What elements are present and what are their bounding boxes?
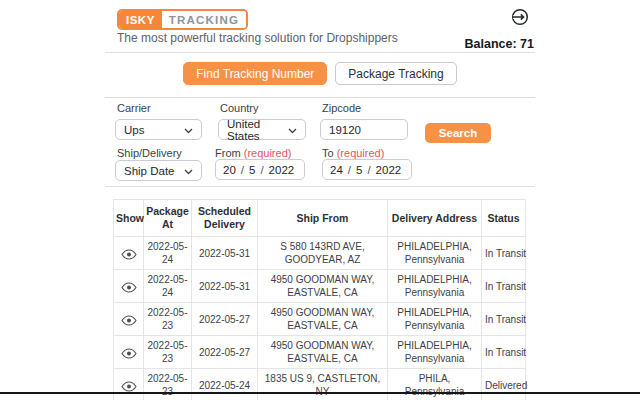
scheduled-delivery-cell: 2022-05-24 [192, 369, 258, 400]
status-cell: In Transit [482, 270, 526, 303]
zipcode-value: 19120 [329, 124, 361, 136]
scheduled-delivery-cell: 2022-05-27 [192, 336, 258, 369]
from-required-hint: (required) [244, 147, 292, 159]
ship-delivery-value: Ship Date [124, 165, 175, 177]
package-at-cell: 2022-05-24 [144, 270, 192, 303]
show-details-button[interactable] [114, 303, 144, 336]
table-body: 2022-05-24 2022-05-31 S 580 143RD AVE, G… [114, 237, 526, 400]
search-button[interactable]: Search [425, 123, 491, 143]
delivery-address-cell: PHILADELPHIA, Pennsylvania [388, 270, 482, 303]
ship-from-cell: 1835 US 9, CASTLETON, NY [258, 369, 388, 400]
brand-logo-tracking: TRACKING [162, 11, 246, 28]
brand-logo: ISKY TRACKING [117, 9, 248, 30]
divider-tabs [105, 97, 535, 98]
brand-logo-isky: ISKY [119, 11, 162, 28]
scheduled-delivery-cell: 2022-05-31 [192, 270, 258, 303]
show-details-button[interactable] [114, 270, 144, 303]
zipcode-label: Zipcode [322, 102, 361, 114]
ship-from-cell: 4950 GOODMAN WAY, EASTVALE, CA [258, 270, 388, 303]
delivery-address-cell: PHILADELPHIA, Pennsylvania [388, 237, 482, 270]
tab-find-tracking-number[interactable]: Find Tracking Number [183, 62, 327, 85]
table-row: 2022-05-23 2022-05-27 4950 GOODMAN WAY, … [114, 336, 526, 369]
country-value: United States [227, 118, 288, 142]
status-cell: In Transit [482, 303, 526, 336]
status-cell: Delivered [482, 369, 526, 400]
delivery-address-cell: PHILA, Pennsylvania [388, 369, 482, 400]
scheduled-delivery-cell: 2022-05-27 [192, 303, 258, 336]
table-header-row: Show Package At Scheduled Delivery Ship … [114, 200, 526, 237]
to-year: 2022 [376, 164, 402, 176]
package-at-cell: 2022-05-23 [144, 336, 192, 369]
eye-icon [121, 315, 137, 326]
tab-package-tracking[interactable]: Package Tracking [335, 62, 456, 85]
results-table: Show Package At Scheduled Delivery Ship … [113, 199, 526, 400]
package-at-cell: 2022-05-24 [144, 237, 192, 270]
delivery-address-cell: PHILADELPHIA, Pennsylvania [388, 303, 482, 336]
col-header-status: Status [482, 200, 526, 237]
package-at-cell: 2022-05-23 [144, 369, 192, 400]
table-row: 2022-05-24 2022-05-31 S 580 143RD AVE, G… [114, 237, 526, 270]
divider-header [105, 52, 535, 53]
zipcode-input[interactable]: 19120 [320, 119, 408, 140]
country-label: Country [220, 102, 259, 114]
table-row: 2022-05-24 2022-05-31 4950 GOODMAN WAY, … [114, 270, 526, 303]
ship-from-cell: 4950 GOODMAN WAY, EASTVALE, CA [258, 303, 388, 336]
window-bottom-edge [0, 392, 640, 394]
country-select[interactable]: United States [218, 119, 306, 140]
tab-bar: Find Tracking Number Package Tracking [105, 62, 535, 85]
logout-icon[interactable] [510, 7, 530, 27]
app-window: ISKY TRACKING The most powerful tracking… [0, 0, 640, 400]
balance-label: Balance: 71 [465, 37, 534, 51]
to-required-hint: (required) [337, 147, 385, 159]
chevron-down-icon [184, 124, 193, 136]
tagline: The most powerful tracking solution for … [117, 31, 398, 45]
eye-icon [121, 282, 137, 293]
carrier-label: Carrier [117, 102, 151, 114]
show-details-button[interactable] [114, 369, 144, 400]
to-month: 5 [356, 164, 362, 176]
from-date-input[interactable]: 20 / 5 / 2022 [215, 159, 305, 180]
eye-icon [121, 381, 137, 392]
chevron-down-icon [184, 165, 193, 177]
to-day: 24 [330, 164, 343, 176]
status-cell: In Transit [482, 336, 526, 369]
from-day: 20 [223, 164, 236, 176]
status-cell: In Transit [482, 237, 526, 270]
ship-delivery-select[interactable]: Ship Date [115, 160, 202, 181]
from-year: 2022 [269, 164, 295, 176]
from-label: From (required) [215, 147, 291, 159]
show-details-button[interactable] [114, 237, 144, 270]
scheduled-delivery-cell: 2022-05-31 [192, 237, 258, 270]
ship-from-cell: 4950 GOODMAN WAY, EASTVALE, CA [258, 336, 388, 369]
delivery-address-cell: PHILADELPHIA, Pennsylvania [388, 336, 482, 369]
to-label: To (required) [322, 147, 384, 159]
show-details-button[interactable] [114, 336, 144, 369]
divider-form [105, 186, 535, 187]
col-header-show: Show [114, 200, 144, 237]
chevron-down-icon [288, 124, 297, 136]
table-row: 2022-05-23 2022-05-24 1835 US 9, CASTLET… [114, 369, 526, 400]
col-header-delivery-address: Delivery Address [388, 200, 482, 237]
col-header-scheduled-delivery: Scheduled Delivery [192, 200, 258, 237]
col-header-package-at: Package At [144, 200, 192, 237]
table-row: 2022-05-23 2022-05-27 4950 GOODMAN WAY, … [114, 303, 526, 336]
package-at-cell: 2022-05-23 [144, 303, 192, 336]
ship-delivery-label: Ship/Delivery [117, 147, 182, 159]
carrier-select[interactable]: Ups [115, 119, 202, 140]
eye-icon [121, 348, 137, 359]
to-date-input[interactable]: 24 / 5 / 2022 [322, 159, 412, 180]
eye-icon [121, 249, 137, 260]
carrier-value: Ups [124, 124, 144, 136]
from-month: 5 [249, 164, 255, 176]
ship-from-cell: S 580 143RD AVE, GOODYEAR, AZ [258, 237, 388, 270]
col-header-ship-from: Ship From [258, 200, 388, 237]
